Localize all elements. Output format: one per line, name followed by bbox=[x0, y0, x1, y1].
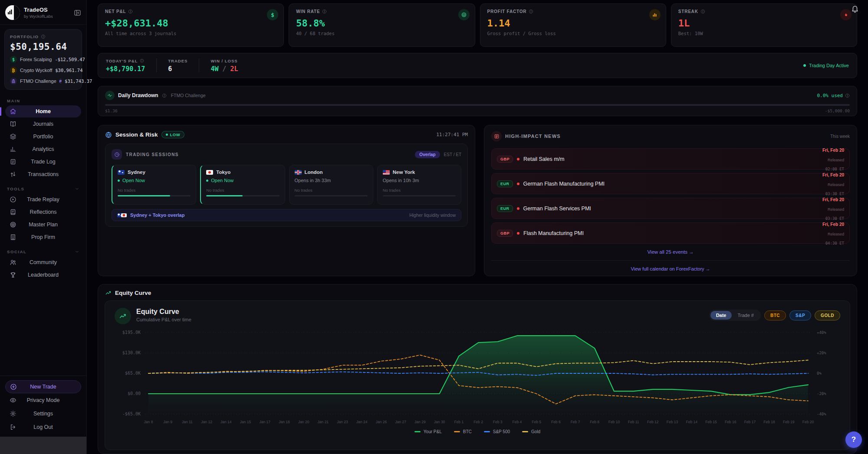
sidebar-collapse-icon[interactable] bbox=[74, 9, 81, 16]
account-row[interactable]: ₿ Crypto Wyckoff $30,961.74 bbox=[10, 67, 76, 74]
today-pnl-bar: TODAY'S P&L +$8,790.17 TRADES 6 WIN / LO… bbox=[98, 53, 857, 78]
news-event-row[interactable]: GBP Retail Sales m/m Fri, Feb 20 Release… bbox=[491, 148, 850, 170]
open-dot bbox=[206, 180, 208, 182]
sidebar-item-community[interactable]: Community bbox=[5, 256, 81, 268]
profit-factor-sub: Gross profit / Gross loss bbox=[487, 31, 659, 36]
svg-text:Feb 17: Feb 17 bbox=[744, 420, 756, 424]
sp-benchmark-button[interactable]: S&P bbox=[789, 310, 811, 320]
overlap-toggle[interactable]: Overlap bbox=[415, 151, 440, 158]
divider bbox=[491, 260, 850, 261]
sidebar-item-label: Leaderboard bbox=[5, 272, 81, 278]
divider bbox=[199, 59, 199, 72]
svg-text:Jan 24: Jan 24 bbox=[356, 420, 368, 424]
legend-item[interactable]: S&P 500 bbox=[484, 429, 510, 434]
legend-item[interactable]: BTC bbox=[454, 429, 472, 434]
sidebar-item-label: Journals bbox=[5, 121, 81, 127]
home-icon bbox=[10, 108, 16, 115]
info-icon[interactable] bbox=[529, 9, 533, 14]
net-pnl-value: +$28,631.48 bbox=[105, 18, 276, 29]
nav-section-social[interactable]: SOCIAL bbox=[7, 249, 79, 254]
news-range: This week bbox=[830, 134, 850, 139]
svg-text:Feb 13: Feb 13 bbox=[667, 420, 678, 424]
sidebar-item-label: Master Plan bbox=[5, 222, 81, 228]
info-icon[interactable] bbox=[700, 9, 705, 14]
svg-text:Feb 12: Feb 12 bbox=[647, 420, 659, 424]
account-row[interactable]: FTMO Challenge P $31,743.37 bbox=[10, 78, 76, 85]
sidebar-item-home[interactable]: Home bbox=[5, 105, 81, 118]
log-out-button[interactable]: Log Out bbox=[5, 421, 81, 434]
sidebar-item-trade-replay[interactable]: Trade Replay bbox=[5, 193, 81, 206]
settings-button[interactable]: Settings bbox=[5, 407, 81, 420]
plus-circle-icon bbox=[10, 383, 17, 390]
overlap-note: Sydney + Tokyo overlap bbox=[130, 212, 184, 218]
equity-curve-card: Equity Curve Cumulative P&L over time Da… bbox=[105, 300, 850, 450]
equity-curve-section: Equity Curve Equity Curve Cumulative P&L… bbox=[98, 284, 857, 454]
info-icon[interactable] bbox=[845, 93, 850, 98]
eye-icon bbox=[10, 397, 16, 404]
trending-up-icon bbox=[105, 290, 112, 296]
sidebar-item-journals[interactable]: Journals bbox=[5, 118, 81, 130]
account-value: -$12,509.47 bbox=[55, 57, 85, 62]
account-row[interactable]: $ Forex Scalping -$12,509.47 bbox=[10, 56, 76, 63]
toggle-trade-number[interactable]: Trade # bbox=[732, 311, 760, 320]
privacy-mode-button[interactable]: Privacy Mode bbox=[5, 394, 81, 407]
tradeos-dashboard: TradeOS by WyckoffLabs PORTFOLIO $50,195… bbox=[0, 0, 868, 454]
view-calendar-link[interactable]: View full calendar on ForexFactory → bbox=[484, 266, 857, 271]
streak-card: STREAK 1L Best: 10W bbox=[671, 3, 857, 47]
legend-swatch bbox=[522, 431, 528, 432]
info-icon[interactable] bbox=[41, 34, 46, 39]
sidebar-item-portfolio[interactable]: Portfolio bbox=[5, 131, 81, 143]
sidebar-item-transactions[interactable]: Transactions bbox=[5, 168, 81, 180]
timezone-label[interactable]: EST / ET bbox=[444, 152, 461, 157]
nav-section-main: MAIN bbox=[7, 98, 79, 103]
news-event-row[interactable]: EUR German Flash Services PMI Fri, Feb 2… bbox=[491, 198, 850, 219]
svg-text:Jan 17: Jan 17 bbox=[259, 420, 270, 424]
log-out-icon bbox=[10, 424, 16, 431]
info-icon[interactable] bbox=[140, 59, 144, 63]
session-card-new-york: New York Opens in 10h 3m No trades bbox=[377, 165, 461, 205]
legend-label: BTC bbox=[463, 429, 472, 434]
session-trades: No trades bbox=[118, 188, 191, 193]
svg-text:Jan 29: Jan 29 bbox=[414, 420, 426, 424]
svg-text:$130.0K: $130.0K bbox=[122, 350, 141, 355]
status-dot bbox=[166, 134, 168, 136]
help-button[interactable]: ? bbox=[845, 431, 862, 448]
info-icon[interactable] bbox=[322, 9, 327, 14]
japan-flag-icon bbox=[121, 213, 127, 217]
new-trade-button[interactable]: New Trade bbox=[5, 380, 81, 393]
notifications-bell-icon[interactable] bbox=[851, 4, 859, 13]
equity-subtitle: Cumulative P&L over time bbox=[136, 317, 191, 322]
info-icon[interactable] bbox=[128, 9, 133, 14]
sidebar-footer-strip bbox=[0, 437, 86, 454]
settings-label: Settings bbox=[5, 411, 81, 417]
globe-icon bbox=[105, 131, 112, 138]
session-risk-title: Session & Risk bbox=[115, 131, 158, 138]
news-event-row[interactable]: EUR German Flash Manufacturing PMI Fri, … bbox=[491, 173, 850, 194]
info-icon[interactable] bbox=[162, 93, 167, 98]
btc-benchmark-button[interactable]: BTC bbox=[764, 310, 786, 320]
app-byline: by WyckoffLabs bbox=[24, 14, 53, 19]
legend-item[interactable]: Your P&L bbox=[414, 429, 442, 434]
sidebar-item-leaderboard[interactable]: Leaderboard bbox=[5, 269, 81, 281]
help-icon: ? bbox=[852, 435, 856, 444]
gold-benchmark-button[interactable]: GOLD bbox=[815, 310, 840, 320]
toggle-date[interactable]: Date bbox=[710, 311, 732, 320]
svg-text:-$65.0K: -$65.0K bbox=[122, 412, 141, 416]
sidebar-item-prop-firm[interactable]: Prop Firm bbox=[5, 231, 81, 243]
sidebar-item-reflections[interactable]: Reflections bbox=[5, 206, 81, 218]
view-all-events-link[interactable]: View all 25 events → bbox=[484, 249, 857, 255]
overlap-hint: Higher liquidity window bbox=[409, 212, 456, 218]
journal-icon bbox=[10, 209, 16, 216]
sidebar-item-master-plan[interactable]: Master Plan bbox=[5, 219, 81, 231]
news-event-row[interactable]: GBP Flash Manufacturing PMI Fri, Feb 20 … bbox=[491, 222, 850, 244]
target-icon bbox=[10, 221, 16, 228]
sidebar-item-trade-log[interactable]: Trade Log bbox=[5, 156, 81, 168]
nav-section-tools[interactable]: TOOLS bbox=[7, 186, 79, 191]
building-icon bbox=[10, 234, 16, 241]
svg-text:Feb 1: Feb 1 bbox=[454, 420, 464, 424]
legend-item[interactable]: Gold bbox=[522, 429, 540, 434]
equity-chart[interactable]: $195.0K+40%$130.0K+20%$65.0K0%$0.00-20%-… bbox=[115, 326, 842, 428]
flame-icon bbox=[840, 9, 852, 20]
bar-chart-icon bbox=[649, 9, 661, 20]
sidebar-item-analytics[interactable]: Analytics bbox=[5, 143, 81, 155]
